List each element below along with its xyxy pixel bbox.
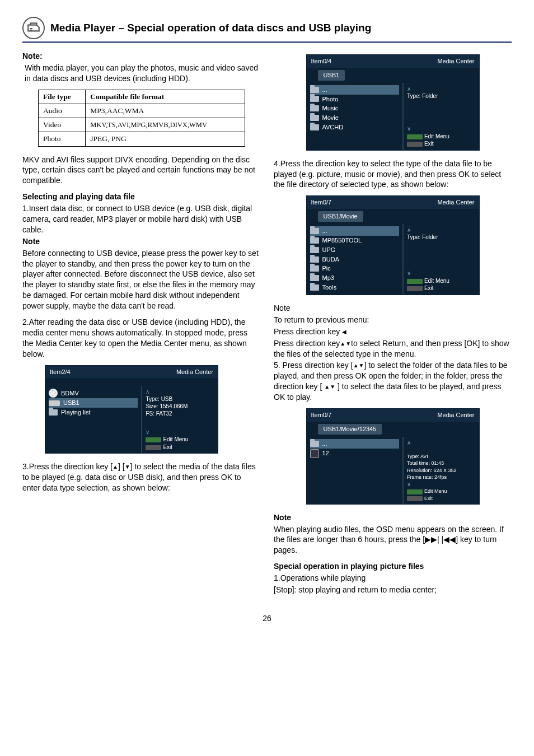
folder-icon	[310, 228, 319, 234]
info-time: Total time: 01:43	[407, 460, 476, 466]
left-column: Note: With media player, you can play th…	[22, 51, 260, 596]
media-player-icon	[22, 17, 45, 39]
step-3: 3.Press the direction key [▲] [▼] to sel…	[22, 461, 260, 493]
folder-icon	[310, 124, 319, 130]
step-4: 4.Press the direction key to select the …	[274, 158, 512, 190]
list-item: Playing list	[61, 408, 91, 417]
up-arrow-icon: ∧	[407, 439, 476, 446]
list-item: MP8550TOOL	[322, 236, 362, 245]
list-item: Movie	[322, 114, 339, 122]
special-line1: 1.Operations while playing	[274, 573, 512, 584]
table-head: Compatible file format	[86, 90, 245, 104]
disc-icon	[49, 389, 58, 398]
table-row: Video MKV,TS,AVI,MPG,RMVB,DIVX,WMV	[39, 118, 245, 132]
page-header: Media Player – Special operation of data…	[22, 17, 512, 43]
edit-menu-label: Edit Menu	[424, 133, 449, 139]
up-triangle-icon: ▲	[113, 464, 118, 470]
edit-menu-label: Edit Menu	[424, 278, 449, 284]
list-item: ...	[322, 440, 327, 448]
step-5: 5. Press direction key [▲▼] to select th…	[274, 360, 512, 403]
media-center-figure-4: Item0/7 Media Center USB1/Movie/12345 ..…	[306, 408, 480, 505]
folder-icon	[310, 105, 319, 111]
page-number: 26	[22, 613, 512, 624]
step-1: 1.Insert data disc, or connect to USB de…	[22, 203, 260, 235]
note4-body: When playing audio files, the OSD menu a…	[274, 524, 512, 556]
special-heading: Special operation in playing picture fil…	[274, 561, 512, 572]
breadcrumb: USB1	[318, 70, 345, 81]
info-type: Type: Folder	[407, 234, 476, 241]
media-center-figure-1: Item2/4 Media Center BDMV USB1 Playing l…	[45, 365, 218, 454]
media-center-figure-2: Item0/4 Media Center USB1 ... Photo Musi…	[306, 54, 480, 151]
note-label: Note:	[22, 51, 260, 62]
list-item: Photo	[322, 95, 339, 104]
mc-title: Media Center	[437, 198, 474, 207]
folder-icon	[310, 441, 319, 447]
list-item: AVCHD	[322, 123, 344, 132]
info-type: Type: USB	[146, 395, 214, 403]
edit-menu-label: Edit Menu	[424, 488, 447, 494]
table-head: File type	[39, 90, 86, 104]
list-item: BDMV	[61, 389, 79, 398]
note3-line3: Press direction key▲▼to select Return, a…	[274, 338, 512, 360]
info-type: Type: Folder	[407, 92, 476, 100]
down-triangle-icon: ▼	[345, 340, 351, 347]
note-body: With media player, you can play the phot…	[22, 63, 260, 84]
up-triangle-icon: ▲	[353, 362, 359, 368]
step-2: 2.After reading the data disc or USB dev…	[22, 317, 260, 360]
video-file-icon	[310, 449, 319, 458]
media-center-figure-3: Item0/7 Media Center USB1/Movie ... MP85…	[306, 195, 480, 295]
mc-counter: Item0/7	[311, 198, 332, 207]
info-type: Type: AVI	[407, 453, 476, 460]
file-format-table: File type Compatible file format Audio M…	[38, 90, 245, 147]
mc-counter: Item0/4	[311, 57, 332, 66]
table-row: Photo JPEG, PNG	[39, 132, 245, 146]
note4-label: Note	[274, 512, 512, 523]
folder-icon	[310, 87, 319, 93]
folder-icon	[310, 115, 319, 121]
list-item: BUDA	[322, 255, 340, 264]
folder-icon	[310, 247, 319, 253]
exit-label: Exit	[424, 496, 433, 501]
up-triangle-icon: ▲	[340, 340, 345, 347]
list-item: UPG	[322, 246, 336, 254]
down-arrow-icon: ∨	[146, 428, 214, 436]
note3-line1: To return to previous menu:	[274, 315, 512, 325]
folder-icon	[310, 275, 319, 281]
left-triangle-icon: ◀	[342, 329, 346, 335]
list-item: ...	[322, 227, 327, 235]
up-arrow-icon: ∧	[146, 388, 214, 395]
down-arrow-icon: ∨	[407, 269, 476, 277]
folder-icon	[310, 237, 319, 244]
up-triangle-icon: ▲	[324, 384, 330, 390]
exit-label: Exit	[163, 444, 172, 450]
info-fps: Frame rate: 24fps	[407, 474, 476, 480]
table-row: File type Compatible file format	[39, 90, 245, 104]
page-title: Media Player – Special operation of data…	[50, 21, 371, 35]
exit-label: Exit	[424, 285, 434, 291]
list-item: Mp3	[322, 274, 334, 282]
right-column: Item0/4 Media Center USB1 ... Photo Musi…	[274, 51, 512, 596]
info-res: Resolution: 624 X 352	[407, 467, 476, 474]
info-size: Size: 1554.066M	[146, 403, 214, 410]
folder-icon	[310, 284, 319, 291]
list-item: Tools	[322, 283, 337, 292]
folder-icon	[49, 409, 58, 416]
down-triangle-icon: ▼	[125, 464, 130, 470]
up-arrow-icon: ∧	[407, 226, 476, 234]
list-item: 12	[322, 449, 329, 458]
edit-menu-label: Edit Menu	[163, 436, 188, 442]
breadcrumb: USB1/Movie	[318, 211, 363, 222]
folder-icon	[310, 96, 319, 102]
next-track-icon: ▶▶|	[425, 535, 439, 544]
selecting-heading: Selecting and playing data file	[22, 192, 260, 202]
usb-icon	[49, 400, 60, 406]
folder-icon	[310, 256, 319, 263]
down-arrow-icon: ∨	[407, 480, 476, 488]
mc-title: Media Center	[176, 368, 213, 376]
note2-body: Before connecting to USB device, please …	[22, 248, 260, 311]
note3-label: Note	[274, 303, 512, 314]
info-fs: FS: FAT32	[146, 410, 214, 417]
mkv-paragraph: MKV and AVI files support DIVX encoding.…	[22, 155, 260, 186]
down-triangle-icon: ▼	[330, 384, 335, 390]
table-row: Audio MP3,AAC,WMA	[39, 104, 245, 118]
